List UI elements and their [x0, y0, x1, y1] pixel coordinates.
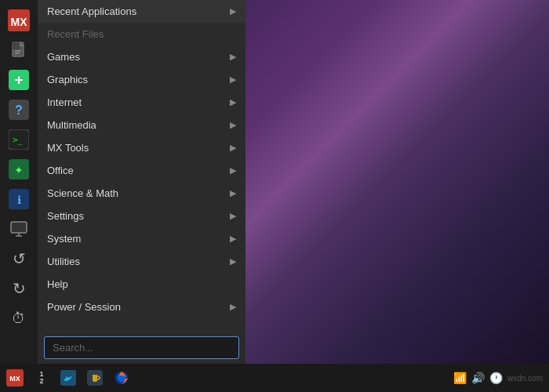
watermark: wxdn.com [507, 374, 543, 383]
sidebar-icon-help[interactable]: ? [5, 96, 33, 124]
menu-item-arrow: ▶ [230, 143, 236, 153]
menu-item-recent-files[interactable]: Recent Files [38, 23, 245, 45]
menu-item-arrow: ▶ [230, 165, 236, 176]
sidebar: MX + ? >_ ✦ [0, 0, 38, 364]
network-icon[interactable]: 📶 [453, 372, 467, 384]
taskbar-bird-icon[interactable] [56, 367, 80, 389]
taskbar: MX 1 2 [0, 364, 549, 392]
menu-item-recent-apps[interactable]: Recent Applications ▶ [38, 0, 245, 23]
svg-text:MX: MX [9, 375, 20, 383]
svg-text:?: ? [15, 103, 23, 117]
clock-icon[interactable]: 🕐 [489, 372, 503, 384]
menu-item-arrow: ▶ [230, 302, 236, 312]
svg-text:✦: ✦ [14, 164, 24, 176]
recent-apps-label: Recent Applications [47, 5, 230, 17]
menu-item-power---session[interactable]: Power / Session▶ [38, 296, 245, 318]
menu-item-multimedia[interactable]: Multimedia▶ [38, 114, 245, 136]
sidebar-icon-display[interactable] [5, 215, 33, 243]
search-input[interactable] [44, 336, 239, 359]
menu-item-mx-tools[interactable]: MX Tools▶ [38, 136, 245, 159]
menu-item-label: MX Tools [47, 142, 230, 154]
application-menu: Recent Applications ▶ Recent Files Games… [38, 0, 245, 364]
workspace-switcher[interactable]: 1 2 [30, 367, 53, 389]
menu-item-office[interactable]: Office▶ [38, 159, 245, 182]
menu-item-graphics[interactable]: Graphics▶ [38, 68, 245, 91]
menu-item-games[interactable]: Games▶ [38, 45, 245, 68]
menu-item-label: Settings [47, 210, 230, 222]
sidebar-icon-file[interactable] [5, 36, 33, 64]
menu-item-label: Internet [47, 96, 230, 108]
menu-item-label: Graphics [47, 74, 230, 85]
menu-item-arrow: ▶ [230, 256, 236, 267]
volume-icon[interactable]: 🔊 [471, 372, 485, 384]
menu-item-label: Office [47, 165, 230, 176]
sidebar-icon-mxtools[interactable]: ✦ [5, 155, 33, 183]
menu-item-utilities[interactable]: Utilities▶ [38, 250, 245, 273]
menu-item-internet[interactable]: Internet▶ [38, 91, 245, 114]
sidebar-icon-sync[interactable]: ↻ [5, 274, 33, 303]
menu-item-label: Help [47, 278, 236, 290]
search-container [44, 336, 239, 359]
workspace-2: 2 [39, 378, 43, 385]
menu-item-help[interactable]: Help [38, 273, 245, 296]
menu-item-system[interactable]: System▶ [38, 227, 245, 250]
menu-items-list: Games▶Graphics▶Internet▶Multimedia▶MX To… [38, 45, 245, 318]
sidebar-icon-info[interactable]: ℹ [5, 185, 33, 213]
taskbar-left: MX 1 2 [0, 367, 133, 389]
taskbar-cup-icon[interactable] [83, 367, 107, 389]
menu-item-arrow: ▶ [230, 234, 236, 244]
menu-item-label: Utilities [47, 256, 230, 267]
menu-item-arrow: ▶ [230, 120, 236, 130]
svg-text:MX: MX [11, 16, 28, 28]
menu-item-settings[interactable]: Settings▶ [38, 205, 245, 227]
taskbar-firefox-icon[interactable] [110, 367, 133, 389]
menu-item-arrow: ▶ [230, 97, 236, 107]
start-button[interactable]: MX [3, 367, 27, 389]
recent-files-label: Recent Files [47, 28, 104, 40]
menu-item-label: Power / Session [47, 301, 230, 313]
menu-item-science---math[interactable]: Science & Math▶ [38, 182, 245, 205]
sidebar-icon-terminal[interactable]: >_ [5, 125, 33, 154]
sidebar-icon-timer[interactable]: ⏱ [5, 304, 33, 332]
taskbar-right: 📶 🔊 🕐 wxdn.com [453, 372, 549, 384]
menu-item-arrow: ▶ [230, 74, 236, 85]
svg-text:>_: >_ [13, 135, 24, 145]
menu-item-label: Multimedia [47, 119, 230, 131]
menu-item-arrow: ▶ [230, 52, 236, 62]
recent-apps-arrow: ▶ [230, 6, 236, 16]
menu-item-arrow: ▶ [230, 188, 236, 198]
sidebar-icon-mx[interactable]: MX [5, 6, 33, 34]
svg-rect-16 [11, 222, 27, 233]
menu-item-label: System [47, 233, 230, 245]
sidebar-icon-package[interactable]: + [5, 66, 33, 94]
menu-item-label: Games [47, 51, 230, 63]
svg-rect-3 [13, 42, 20, 49]
svg-text:ℹ: ℹ [17, 194, 21, 206]
sidebar-icon-history[interactable]: ↺ [5, 245, 33, 273]
menu-item-arrow: ▶ [230, 211, 236, 221]
svg-text:+: + [15, 72, 24, 88]
menu-item-label: Science & Math [47, 187, 230, 199]
